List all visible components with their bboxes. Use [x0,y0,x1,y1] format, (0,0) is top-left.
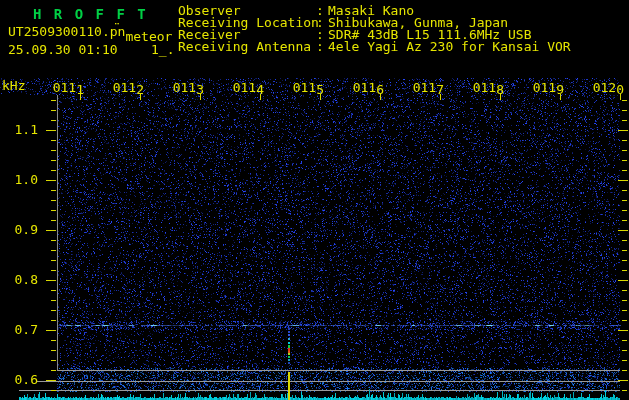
time-tick-label-digit: 3 [196,82,204,97]
time-tick-label-head: 011 [533,80,556,95]
capture-filename: UT2509300110.pnmeteor [8,25,172,38]
filename-overdots: ¨ [113,21,121,34]
time-tick-label-head: 012 [593,80,616,95]
time-tick-label-head: 011 [173,80,196,95]
freq-tick-label: 1.1 [0,123,38,136]
time-tick-label-digit: 8 [496,82,504,97]
time-tick-label-head: 011 [53,80,76,95]
time-tick-label-head: 011 [233,80,256,95]
filename-text: UT2509300110.pn [8,24,125,39]
freq-tick-label: 0.8 [0,273,38,286]
time-tick-label: 0114 [228,81,264,94]
freq-tick-label: 0.7 [0,323,38,336]
freq-axis-unit: kHz [2,79,25,92]
hrofft-window: H R O F F T UT2509300110.pnmeteor ¨ 25.0… [0,0,629,400]
info-row: Receiving Antenna:4ele Yagi Az 230 for K… [178,41,571,53]
capture-datetime: 25.09.30 01:10 [8,43,118,56]
freq-tick-label: 0.6 [0,373,38,386]
time-tick-label: 0112 [108,81,144,94]
time-tick-label: 0113 [168,81,204,94]
time-tick-label-digit: 9 [556,82,564,97]
info-separator: : [316,41,328,53]
time-tick-label: 0115 [288,81,324,94]
time-tick-label: 0119 [528,81,564,94]
spectrogram-canvas [0,0,629,400]
time-tick-label-digit: 4 [256,82,264,97]
time-tick-label-head: 011 [473,80,496,95]
info-value: 4ele Yagi Az 230 for Kansai VOR [328,39,571,54]
app-title: H R O F F T [33,7,148,21]
time-tick-label-digit: 1 [76,82,84,97]
time-tick-label-digit: 2 [136,82,144,97]
observation-info: Observer:Masaki KanoReceiving Location:S… [178,5,571,53]
status-flag: 1_. [151,43,174,56]
time-tick-label-head: 011 [113,80,136,95]
freq-tick-label: 0.9 [0,223,38,236]
time-tick-label-digit: 7 [436,82,444,97]
time-tick-label-digit: 6 [376,82,384,97]
time-tick-label: 0120 [588,81,624,94]
time-tick-label-head: 011 [413,80,436,95]
time-tick-label: 0118 [468,81,504,94]
freq-tick-label: 1.0 [0,173,38,186]
time-tick-label: 0116 [348,81,384,94]
time-tick-label-head: 011 [293,80,316,95]
time-tick-label: 0117 [408,81,444,94]
time-tick-label-head: 011 [353,80,376,95]
time-tick-label-digit: 5 [316,82,324,97]
info-label: Receiving Antenna [178,41,316,53]
time-tick-label: 0111 [48,81,84,94]
time-tick-label-digit: 0 [616,82,624,97]
